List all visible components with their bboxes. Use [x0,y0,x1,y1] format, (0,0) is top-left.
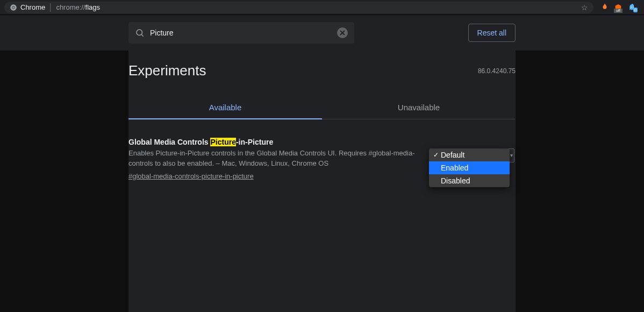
clear-search-icon[interactable] [337,27,348,38]
extension-off-icon[interactable]: off [614,3,622,12]
flag-title-post: -in-Picture [236,138,273,146]
reset-all-button[interactable]: Reset all [468,24,516,42]
flag-text: Global Media Controls Picture-in-Picture… [128,138,430,181]
omnibox[interactable]: Chrome │ chrome://flags ☆ [4,2,593,13]
flag-title-highlight: Picture [210,138,235,146]
extension-ghost-icon[interactable]: 0 [628,3,636,12]
tab-unavailable[interactable]: Unavailable [322,96,516,119]
address-separator: │ [48,3,53,11]
flags-toolbar: Reset all [0,15,644,51]
flag-title: Global Media Controls Picture-in-Picture [128,138,421,146]
url-path: flags [85,3,100,11]
flag-title-pre: Global Media Controls [128,138,210,146]
experiments-panel: Experiments 86.0.4240.75 Available Unava… [128,51,516,312]
dropdown-option-label: Enabled [441,164,468,172]
flag-row: Global Media Controls Picture-in-Picture… [128,119,516,181]
page-body: Reset all Experiments 86.0.4240.75 Avail… [0,15,644,312]
flag-description: Enables Picture-in-Picture controls in t… [128,148,421,169]
svg-line-6 [141,34,143,36]
search-box[interactable] [128,22,354,44]
chevron-down-icon: ▾ [510,152,513,158]
chrome-logo-icon [10,4,17,11]
check-icon: ✓ [432,151,440,159]
url-scheme: chrome:// [56,3,85,11]
tab-available[interactable]: Available [128,96,322,119]
flag-dropdown: ✓ Default Enabled Disabled [429,148,510,187]
dropdown-option-default[interactable]: ✓ Default [429,148,510,161]
extension-badge-count: 0 [633,8,638,12]
flag-control: ▾ ✓ Default Enabled Disabled [430,138,516,181]
browser-name: Chrome [20,3,45,11]
svg-point-5 [137,30,142,36]
search-input[interactable] [150,29,337,37]
page-title: Experiments [128,62,206,79]
bookmark-star-icon[interactable]: ☆ [581,3,588,12]
search-icon [135,28,145,38]
extension-flame-icon[interactable] [601,3,609,12]
dropdown-option-enabled[interactable]: Enabled [429,161,510,174]
extension-icons: off 0 [598,3,640,12]
tabs: Available Unavailable [128,96,516,119]
dropdown-option-disabled[interactable]: Disabled [429,174,510,187]
dropdown-option-label: Disabled [441,176,470,185]
extension-off-badge: off [614,9,622,13]
svg-point-2 [12,6,15,9]
dropdown-option-label: Default [441,151,464,159]
chrome-version: 86.0.4240.75 [478,67,516,75]
svg-point-3 [631,6,632,8]
address-bar: Chrome │ chrome://flags ☆ off 0 [0,0,644,15]
flag-hash-link[interactable]: #global-media-controls-picture-in-pictur… [128,172,254,180]
